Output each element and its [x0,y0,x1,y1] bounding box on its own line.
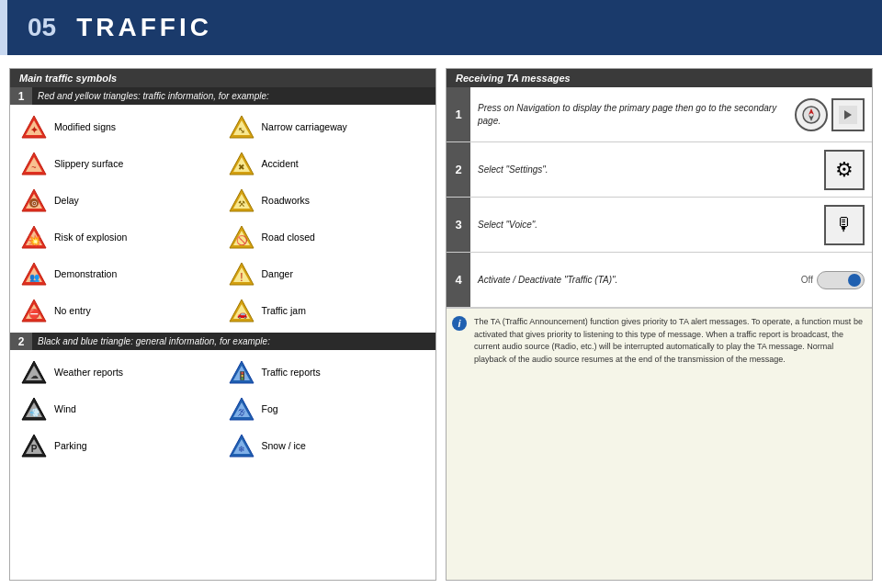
voice-btn[interactable]: 🎙 [824,205,865,245]
svg-text:⤡: ⤡ [238,126,245,135]
traffic-reports-label: Traffic reports [262,367,321,378]
svg-text:🌫: 🌫 [237,408,245,417]
traffic-reports-icon: 🚦 [227,357,256,387]
svg-text:❄: ❄ [238,445,245,454]
step4-row: 4 Activate / Deactivate "Traffic (TA)". … [447,253,872,308]
toggle-track[interactable]: On [817,271,865,289]
step1-num: 1 [447,87,470,141]
chapter-title: TRAFFIC [76,13,212,42]
fog-icon: 🌫 [227,394,256,424]
symbol-traffic-reports: 🚦 Traffic reports [223,354,431,390]
fog-label: Fog [262,403,278,414]
svg-text:☁: ☁ [30,371,39,380]
step3-icons: 🎙 [817,198,872,252]
svg-text:~: ~ [31,163,36,172]
symbol-narrow-carriageway: ⤡ Narrow carriageway [223,108,431,145]
accident-icon: ✖ [227,149,256,178]
step1-icons [787,87,872,141]
svg-text:🚦: 🚦 [236,370,247,381]
snow-ice-label: Snow / ice [262,440,306,451]
risk-explosion-icon: 💥 [19,222,49,252]
triangle-icon: ☁ [20,358,48,386]
step2-row: 2 Select "Settings". ⚙ [447,142,872,198]
section2-num: 2 [10,333,32,350]
danger-label: Danger [262,268,293,279]
parking-icon: P [19,431,49,460]
svg-text:!: ! [240,271,243,284]
wind-icon: 💨 [19,394,49,424]
symbol-demonstration: 👥 Demonstration [16,255,223,292]
microphone-icon: 🎙 [835,214,854,235]
triangle-icon: P [20,432,48,459]
svg-text:✦: ✦ [30,125,39,135]
ta-toggle[interactable]: Off On [801,271,865,289]
page-header: 05 TRAFFIC [0,0,882,55]
svg-text:✖: ✖ [238,163,245,172]
delay-icon: ⊙ [19,186,49,215]
symbol-wind: 💨 Wind [16,390,223,427]
left-panel-header: Main traffic symbols [10,69,435,87]
svg-text:⊙: ⊙ [31,199,38,208]
demonstration-icon: 👥 [19,259,49,288]
danger-icon: ! [227,259,256,288]
next-page-btn[interactable] [831,98,865,131]
no-entry-label: No entry [54,305,91,316]
triangle-icon: ⛔ [20,297,48,324]
svg-text:💥: 💥 [28,233,41,247]
triangle-icon: 🚦 [228,358,255,386]
triangle-icon: ✦ [20,113,48,141]
symbol-modified-signs: ✦ Modified signs [16,108,223,145]
navigation-circle-btn[interactable] [795,98,828,131]
symbol-roadworks: ⚒ Roadworks [223,182,431,219]
triangle-icon: 🚗 [228,297,255,324]
snow-ice-icon: ❄ [227,431,256,460]
symbol-weather-reports: ☁ Weather reports [16,354,223,390]
step2-num: 2 [447,142,470,197]
step3-content: Select "Voice". [470,198,817,252]
triangle-icon: ⤡ [228,113,255,141]
symbol-parking: P Parking [16,427,223,464]
chapter-number: 05 [28,13,56,42]
triangle-icon: ⊙ [20,187,48,214]
risk-explosion-label: Risk of explosion [54,232,127,243]
step2-content: Select "Settings". [470,142,817,197]
road-closed-icon: 🚫 [227,222,256,252]
svg-text:⚒: ⚒ [238,199,245,209]
step3-num: 3 [447,198,470,252]
modified-signs-icon: ✦ [19,112,49,141]
symbol-risk-explosion: 💥 Risk of explosion [16,219,223,255]
svg-text:🚗: 🚗 [236,309,247,320]
gear-icon: ⚙ [835,158,854,182]
triangle-icon: ✖ [228,150,255,177]
symbol-road-closed: 🚫 Road closed [223,219,431,255]
roadworks-icon: ⚒ [227,186,256,215]
compass-icon [802,106,820,124]
left-panel: Main traffic symbols 1 Red and yellow tr… [9,68,436,581]
roadworks-label: Roadworks [262,195,311,206]
symbol-slippery-surface: ~ Slippery surface [16,145,223,182]
narrow-carriageway-label: Narrow carriageway [262,121,347,132]
triangle-icon: ~ [20,150,48,177]
section1-header: 1 Red and yellow triangles: traffic info… [10,87,435,105]
triangle-icon: 💥 [20,223,48,251]
main-content: Main traffic symbols 1 Red and yellow tr… [0,55,882,588]
traffic-jam-icon: 🚗 [227,296,256,325]
modified-signs-label: Modified signs [54,121,116,132]
settings-btn[interactable]: ⚙ [824,150,865,190]
info-box: i The TA (Traffic Announcement) function… [447,308,872,580]
weather-reports-icon: ☁ [19,357,49,387]
weather-reports-label: Weather reports [54,367,123,378]
svg-text:👥: 👥 [29,272,40,283]
svg-text:⛔: ⛔ [28,308,40,320]
narrow-carriageway-icon: ⤡ [227,112,256,141]
no-entry-icon: ⛔ [19,296,49,325]
right-panel: Receiving TA messages 1 Press on Navigat… [446,68,873,581]
symbol-delay: ⊙ Delay [16,182,223,219]
general-symbols-grid: ☁ Weather reports 🚦 Traffic reports [10,350,435,468]
step4-content: Activate / Deactivate "Traffic (TA)". [470,253,794,307]
off-label: Off [801,275,813,285]
triangle-icon: 💨 [20,395,48,423]
accident-label: Accident [262,158,299,169]
symbol-fog: 🌫 Fog [223,390,431,427]
delay-label: Delay [54,195,79,206]
